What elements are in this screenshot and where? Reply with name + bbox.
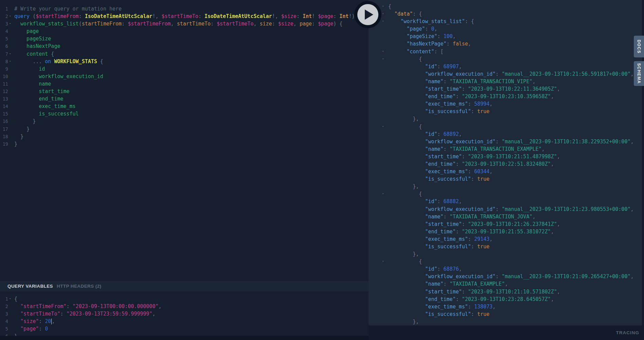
token: }: [14, 141, 17, 147]
fold-arrow-icon[interactable]: ▾: [382, 190, 384, 197]
token: :: [211, 21, 217, 27]
code-text: "end_time": "2023-09-13T10:23:28.645057Z…: [388, 296, 554, 303]
code-text: "is_successful": true: [388, 243, 489, 250]
execute-button[interactable]: [354, 1, 381, 28]
token: ,: [630, 206, 633, 212]
line-number: 9: [0, 65, 8, 73]
token: ,: [459, 131, 462, 137]
token: "startTimeTo": [20, 311, 60, 317]
token: "is_successful": [425, 311, 471, 317]
code-line: 6}: [0, 333, 369, 336]
line-number: 5: [0, 35, 8, 42]
token: "manual__2023-09-13T10:21:09.265427+00:0…: [502, 273, 630, 280]
fold-arrow-icon[interactable]: ▾: [9, 12, 11, 20]
tab-docs[interactable]: DOCS: [634, 36, 644, 57]
line-number: 1: [0, 5, 8, 13]
fold-arrow-icon[interactable]: ▾: [382, 257, 384, 265]
token: :: [39, 318, 45, 324]
token: :: [425, 26, 431, 32]
token: [388, 236, 425, 242]
fold-arrow-icon[interactable]: ▾: [382, 17, 384, 25]
token: ,: [532, 78, 535, 85]
token: },: [388, 116, 419, 122]
code-line: 1# Write your query or mutation here: [0, 5, 369, 13]
footer-bar: TRACING: [369, 325, 644, 340]
token: $page: [318, 13, 333, 19]
fold-arrow-icon[interactable]: ▾: [382, 10, 384, 17]
token: [388, 198, 425, 204]
fold-arrow-icon[interactable]: ▾: [382, 48, 384, 55]
tab-query-variables[interactable]: QUERY VARIABLES: [7, 284, 53, 289]
fold-arrow-icon[interactable]: ▾: [382, 123, 384, 130]
line-number: 8: [0, 58, 8, 65]
token: workflow_execution_id: [14, 73, 103, 79]
token: :: [312, 21, 318, 27]
token: ,: [453, 33, 456, 39]
token: exec_time_ms: [14, 103, 76, 109]
token: "end_time": [425, 229, 455, 235]
response-viewer[interactable]: ▾{▾ "data": {▾ "workflow_stats_list": { …: [369, 0, 644, 325]
token: :: [297, 13, 303, 19]
token: "workflow_execution_id": [425, 139, 496, 145]
token: [388, 26, 407, 32]
fold-arrow-icon[interactable]: ▾: [382, 55, 384, 62]
token: :: [437, 198, 444, 204]
token: ,: [489, 101, 493, 107]
token: :: [471, 176, 477, 182]
fold-arrow-icon[interactable]: ▾: [9, 57, 11, 65]
token: "2023-09-13T10:22:11.364905Z": [468, 86, 557, 92]
tab-http-headers[interactable]: HTTP HEADERS (2): [57, 284, 101, 289]
token: :: [468, 101, 474, 107]
code-line: },: [369, 250, 644, 258]
variables-tab-bar: QUERY VARIABLES HTTP HEADERS (2): [0, 281, 369, 291]
code-line: 10 workflow_execution_id: [0, 73, 369, 80]
code-text: "exec_time_ms": 138073,: [388, 303, 496, 310]
code-line: "id": 68892,: [369, 130, 644, 138]
fold-arrow-icon[interactable]: ▾: [9, 295, 11, 302]
code-text: id: [14, 65, 45, 73]
token: (: [79, 21, 82, 27]
token: content: [14, 51, 48, 57]
fold-arrow-icon[interactable]: ▾: [9, 20, 11, 27]
code-line: "id": 68882,: [369, 198, 644, 205]
query-variables-editor[interactable]: 1▾{2 "startTimeFrom": "2023-09-13T00:00:…: [0, 291, 369, 336]
token: 68876: [444, 266, 459, 272]
fold-arrow-icon[interactable]: ▾: [9, 50, 11, 57]
token: ,: [630, 139, 633, 145]
code-text: name: [14, 80, 51, 88]
code-line: "exec_time_ms": 60344,: [369, 168, 644, 175]
token: "2023-09-13T23:59:59.999999": [67, 311, 153, 317]
token: "is_successful": [425, 108, 471, 114]
tracing-label[interactable]: TRACING: [616, 330, 640, 335]
token: ,: [551, 161, 554, 167]
code-text: }: [14, 133, 23, 140]
code-text: "end_time": "2023-09-13T10:23:10.359658Z…: [388, 93, 554, 100]
query-editor[interactable]: 1# Write your query or mutation here2▾qu…: [0, 0, 369, 281]
code-line: "is_successful": true: [369, 243, 644, 250]
token: workflow_stats_list: [14, 21, 79, 27]
token: "start_time": [425, 86, 462, 92]
code-text: exec_time_ms: [14, 103, 76, 110]
play-icon: [357, 4, 378, 25]
token: {: [14, 296, 17, 302]
token: {: [388, 124, 422, 130]
line-number: 4: [0, 318, 8, 325]
code-line: "workflow_execution_id": "manual__2023-0…: [369, 138, 644, 145]
token: :: [67, 303, 73, 309]
code-line: 13 end_time: [0, 95, 369, 103]
line-number: 6: [0, 333, 8, 336]
code-text: # Write your query or mutation here: [14, 5, 122, 13]
token: ,: [468, 41, 471, 47]
code-text: query ($startTimeFrom: IsoDateTimeAtUtcS…: [14, 13, 361, 20]
token: [388, 176, 425, 182]
fold-arrow-icon[interactable]: ▾: [382, 2, 384, 10]
token: ,: [557, 154, 560, 160]
code-text: {: [388, 55, 422, 63]
token: [388, 304, 425, 310]
token: :: [468, 168, 474, 175]
code-text: "id": 68892,: [388, 130, 462, 138]
code-line: "name": "TAXIDATA_TRANSACTION_VIPE",: [369, 78, 644, 85]
token: "TAXIDATA_TRANSACTION_JOVA": [450, 214, 533, 220]
tab-schema[interactable]: SCHEMA: [634, 61, 644, 86]
code-text: "exec_time_ms": 29143,: [388, 235, 493, 243]
